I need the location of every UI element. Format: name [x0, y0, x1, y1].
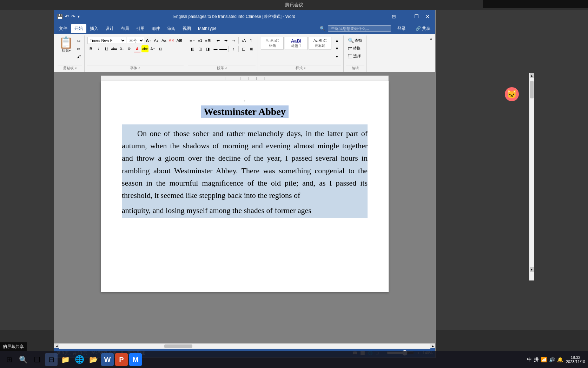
select-btn[interactable]: ⬚ 选择 [346, 52, 364, 59]
menu-mathtype[interactable]: MathType [194, 25, 220, 32]
menu-view[interactable]: 视图 [179, 24, 194, 33]
numbering-btn[interactable]: ≡1 [197, 37, 204, 44]
menu-file[interactable]: 文件 [55, 24, 71, 33]
taskview-btn[interactable]: ❑ [31, 353, 44, 366]
char-border-btn[interactable]: ⊡ [157, 45, 164, 52]
shading-btn[interactable]: ◻ [240, 45, 247, 52]
redo-icon[interactable]: ↷ [71, 14, 75, 19]
menu-design[interactable]: 设计 [102, 24, 117, 33]
search-btn[interactable]: 🔍 [17, 353, 29, 366]
minimize-btn[interactable]: — [400, 13, 410, 20]
find-btn[interactable]: 🔍 查找 [346, 37, 364, 44]
h-scroll-thumb[interactable] [164, 344, 192, 348]
save-icon[interactable]: 💾 [57, 14, 63, 19]
distributed-btn[interactable]: ▬▬ [220, 45, 227, 52]
style-subtitle[interactable]: AaBbC 副标题 [309, 37, 331, 50]
ribbon-scroll-up[interactable]: ▲ [428, 35, 434, 72]
show-hide-btn[interactable]: ¶ [248, 37, 255, 44]
document-area[interactable]: |||||| ↑ Westminster Abbey On one of tho… [54, 72, 435, 343]
subscript-btn[interactable]: X₂ [118, 45, 125, 52]
network-icon[interactable]: 📶 [541, 357, 547, 362]
ime-ch-icon[interactable]: 中 [527, 356, 532, 363]
search-input[interactable] [328, 25, 391, 32]
font-size-select[interactable]: 三号 [127, 37, 144, 44]
bullets-btn[interactable]: ≡⚬ [189, 37, 196, 44]
paragraph-container[interactable]: On one of those sober and rather melanch… [122, 124, 368, 204]
menu-references[interactable]: 引用 [133, 24, 148, 33]
line-spacing-btn[interactable]: ↕ [230, 45, 237, 52]
style-heading1[interactable]: AaBl 标题 1 [285, 37, 308, 50]
h-scroll-track[interactable] [59, 344, 430, 349]
underline-btn[interactable]: U [103, 45, 110, 52]
h-scroll-left-btn[interactable]: ◂ [54, 344, 59, 349]
font-expand[interactable]: ↗ [138, 67, 140, 70]
edge-icon[interactable]: 🌐 [73, 353, 86, 366]
scroll-up-btn[interactable]: ▲ [530, 73, 534, 78]
format-painter-btn[interactable]: 🖌 [75, 53, 82, 60]
share-btn[interactable]: 🔗 共享 [412, 24, 434, 33]
scroll-down-btn[interactable]: ▼ [530, 267, 534, 272]
strikethrough-btn[interactable]: abc [111, 45, 118, 52]
bold-btn[interactable]: B [87, 45, 94, 52]
style-heading[interactable]: AaBbC 标题 [261, 37, 284, 50]
copy-btn[interactable]: ⧉ [75, 45, 82, 52]
menu-mailings[interactable]: 邮件 [148, 24, 164, 33]
ime-py-icon[interactable]: 拼 [534, 356, 539, 363]
italic-btn[interactable]: I [95, 45, 102, 52]
scroll-thumb[interactable] [530, 81, 534, 98]
chinese-indent-btn[interactable]: ⇒ [230, 37, 237, 44]
files-icon[interactable]: 📂 [87, 353, 100, 366]
word-icon[interactable]: W [101, 353, 114, 366]
superscript-btn[interactable]: X² [126, 45, 133, 52]
document-paragraph[interactable]: On one of those sober and rather melanch… [122, 127, 368, 201]
paragraph-expand[interactable]: ↗ [225, 67, 227, 70]
cut-btn[interactable]: ✂ [75, 38, 82, 45]
text-effects-btn[interactable]: A⊞ [176, 37, 183, 44]
menu-review[interactable]: 审阅 [164, 24, 179, 33]
menu-insert[interactable]: 插入 [86, 24, 102, 33]
align-center-btn[interactable]: ◫ [197, 45, 204, 52]
increase-indent-btn[interactable]: ➡ [222, 37, 229, 44]
change-case-btn[interactable]: Aa [160, 37, 167, 44]
login-btn[interactable]: 登录 [394, 24, 409, 33]
vertical-scrollbar[interactable]: ▲ ▼ [529, 73, 534, 280]
paste-btn[interactable]: 📋 粘贴▾ [58, 36, 74, 54]
styles-expand[interactable]: ↗ [303, 67, 306, 70]
font-family-select[interactable]: Times New F [87, 37, 126, 44]
clear-format-btn[interactable]: A✕ [168, 37, 175, 44]
explorer-icon[interactable]: 📁 [59, 353, 72, 366]
multilevel-btn[interactable]: ≡⊞ [204, 37, 211, 44]
notification-icon[interactable]: 🔔 [557, 357, 563, 362]
justify-btn[interactable]: ▬ [212, 45, 219, 52]
shrink-font-btn[interactable]: A↓ [153, 37, 160, 44]
powerpoint-icon[interactable]: P [115, 353, 128, 366]
clipboard-expand[interactable]: ↗ [74, 67, 77, 70]
text-highlight-2-btn[interactable]: A⁻ [149, 45, 156, 52]
sort-btn[interactable]: ↕A [240, 37, 247, 44]
tencent-meeting-icon[interactable]: M [129, 353, 142, 366]
replace-btn[interactable]: ⇄ 替换 [346, 45, 364, 52]
h-scroll-right-btn[interactable]: ▸ [430, 344, 435, 349]
borders-btn[interactable]: ⊞ [248, 45, 255, 52]
undo-icon[interactable]: ↶ [65, 14, 69, 19]
styles-more[interactable]: ▾ [333, 53, 341, 60]
ribbon-collapse-btn[interactable]: ⊟ [389, 13, 399, 20]
font-color-btn[interactable]: A [134, 45, 141, 52]
align-right-btn[interactable]: ◨ [204, 45, 211, 52]
clock[interactable]: 18:32 2023/11/10 [566, 355, 585, 364]
styles-scroll-up[interactable]: ▲ [333, 37, 341, 44]
decrease-indent-btn[interactable]: ⬅ [214, 37, 222, 44]
menu-layout[interactable]: 布局 [117, 24, 133, 33]
volume-icon[interactable]: 🔊 [549, 357, 555, 362]
restore-btn[interactable]: ❐ [411, 13, 421, 20]
start-btn[interactable]: ⊞ [3, 353, 15, 366]
styles-scroll-down[interactable]: ▼ [333, 45, 341, 52]
highlight-btn[interactable]: abc [141, 45, 148, 52]
document-page[interactable]: ↑ Westminster Abbey On one of those sobe… [101, 81, 389, 292]
close-btn[interactable]: ✕ [423, 13, 432, 20]
align-left-btn[interactable]: ◧ [189, 45, 196, 52]
grow-font-btn[interactable]: A↑ [145, 37, 152, 44]
document-title[interactable]: Westminster Abbey [122, 106, 368, 117]
widgets-btn[interactable]: ⊟ [45, 353, 58, 366]
menu-home[interactable]: 开始 [71, 24, 86, 33]
